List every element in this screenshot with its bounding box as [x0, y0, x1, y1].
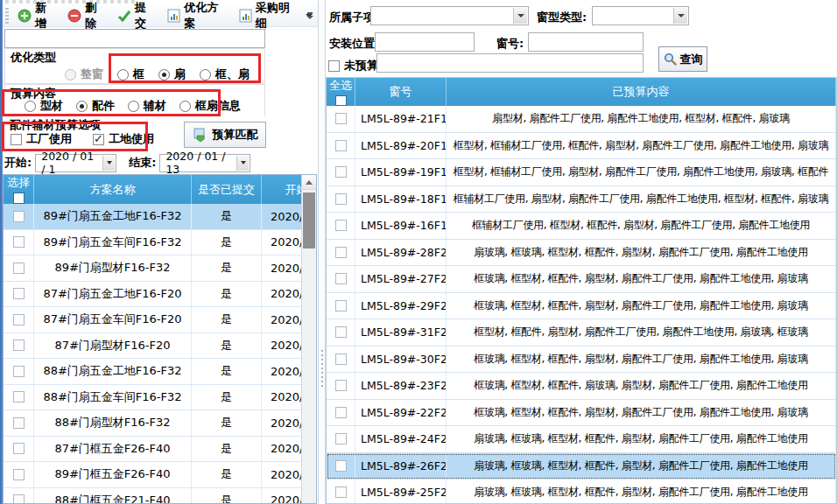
scrollbar-up-button[interactable]	[302, 175, 316, 190]
plan-header-submitted[interactable]: 是否已提交	[192, 175, 262, 204]
row-checkbox[interactable]	[13, 391, 25, 402]
window-table-row[interactable]: LM5L-89#-19F17 框型材, 框辅材工厂使用, 扇型材, 扇配件工厂使…	[327, 159, 836, 186]
plan-row-checkbox-cell[interactable]	[4, 437, 34, 462]
plan-table-row[interactable]: 87#门扇型材F16-F20 是 2020/0	[4, 333, 303, 360]
usage-checkbox[interactable]: 工地使用	[93, 131, 154, 147]
sub-item-dropdown-button[interactable]	[513, 8, 527, 24]
row-checkbox[interactable]	[13, 366, 25, 377]
row-checkbox[interactable]	[335, 193, 347, 205]
opt-type-radio[interactable]: 扇	[158, 66, 186, 82]
sub-item-combobox[interactable]	[370, 6, 529, 25]
no-budget-input[interactable]	[376, 53, 644, 73]
plan-row-checkbox-cell[interactable]	[4, 230, 34, 256]
row-checkbox[interactable]	[335, 433, 347, 444]
plan-table-row[interactable]: 89#门框五金F26-F40 是 2020/0	[4, 462, 303, 488]
row-checkbox[interactable]	[13, 340, 25, 351]
window-table-row[interactable]: LM5L-89#-30F28 框玻璃, 框型材, 框配件, 扇型材, 扇配件工厂…	[327, 346, 836, 374]
window-table-row[interactable]: LM5L-89#-29F27 框玻璃, 框型材, 框配件, 扇型材, 扇配件工厂…	[327, 293, 836, 320]
window-no-input[interactable]	[528, 32, 644, 52]
opt-type-radio[interactable]: 框	[117, 66, 144, 82]
window-row-checkbox-cell[interactable]	[327, 453, 355, 480]
window-table-row[interactable]: LM5L-89#-28F26 扇玻璃, 框玻璃, 框型材, 框配件, 扇型材, …	[327, 240, 836, 267]
window-row-checkbox-cell[interactable]	[327, 266, 355, 292]
row-checkbox[interactable]	[335, 380, 347, 391]
row-checkbox[interactable]	[335, 166, 347, 178]
plan-row-checkbox-cell[interactable]	[4, 385, 34, 410]
row-checkbox[interactable]	[335, 247, 347, 258]
toolbar-overflow-button[interactable]	[304, 6, 316, 25]
row-checkbox[interactable]	[335, 300, 347, 312]
plan-row-checkbox-cell[interactable]	[4, 282, 34, 307]
opt-type-radio[interactable]: 框、扇	[200, 66, 250, 82]
row-checkbox[interactable]	[335, 113, 347, 124]
plan-row-checkbox-cell[interactable]	[4, 307, 34, 332]
plan-table-row[interactable]: 89#门扇五金工地F16-F32 是 2020/0	[4, 204, 303, 230]
plan-table-row[interactable]: 89#门扇五金车间F16-F32 是 2020/0	[4, 230, 303, 256]
window-header-select-all[interactable]: 全选	[327, 78, 355, 106]
window-row-checkbox-cell[interactable]	[327, 240, 355, 266]
end-date-dropdown-button[interactable]	[236, 156, 249, 171]
plan-table-row[interactable]: 88#门扇五金车间F16-F32 是 2020/0	[4, 385, 303, 411]
end-date-picker[interactable]: 2020 / 01 / 13	[159, 154, 250, 172]
row-checkbox[interactable]	[13, 211, 25, 222]
window-row-checkbox-cell[interactable]	[327, 319, 355, 346]
row-checkbox[interactable]	[335, 407, 347, 418]
window-table-row[interactable]: LM5L-89#-18F16 框辅材工厂使用, 扇型材, 扇配件工厂使用, 扇配…	[327, 186, 836, 214]
row-checkbox[interactable]	[13, 469, 25, 480]
row-checkbox[interactable]	[335, 140, 347, 151]
plan-row-checkbox-cell[interactable]	[4, 204, 34, 229]
delete-button[interactable]: 删除	[62, 5, 112, 26]
row-checkbox[interactable]	[335, 326, 347, 338]
scrollbar-thumb[interactable]	[303, 192, 315, 248]
plan-table-row[interactable]: 88#门扇型材F16-F32 是 2020/0	[4, 410, 303, 437]
row-checkbox[interactable]	[335, 486, 347, 498]
select-all-checkbox[interactable]	[335, 95, 347, 106]
plan-header-start[interactable]: 开始	[262, 175, 303, 204]
opt-type-radio[interactable]: 整窗	[65, 66, 103, 82]
window-table-row[interactable]: LM5L-89#-24F22 扇玻璃, 框玻璃, 框型材, 框配件, 扇型材, …	[327, 426, 836, 453]
window-header-content[interactable]: 已预算内容	[447, 78, 836, 106]
usage-checkbox[interactable]: 工厂使用	[11, 131, 72, 147]
row-checkbox[interactable]	[13, 288, 25, 299]
plan-row-checkbox-cell[interactable]	[4, 333, 34, 359]
submit-button[interactable]: 提交	[112, 5, 162, 26]
window-table-row[interactable]: LM5L-89#-27F25 框玻璃, 框型材, 框配件, 扇型材, 扇配件工厂…	[327, 266, 836, 293]
window-type-combobox[interactable]	[592, 6, 689, 25]
plan-row-checkbox-cell[interactable]	[4, 410, 34, 436]
window-row-checkbox-cell[interactable]	[327, 400, 355, 426]
start-date-picker[interactable]: 2020 / 01 / 1	[35, 154, 116, 172]
plan-filter-input[interactable]	[4, 29, 265, 48]
optimize-plan-button[interactable]: 优化方案	[162, 5, 234, 26]
row-checkbox[interactable]	[335, 220, 347, 231]
plan-header-name[interactable]: 方案名称	[34, 175, 192, 204]
row-checkbox[interactable]	[335, 460, 347, 472]
plan-table-row[interactable]: 89#门扇型材F16-F32 是 2020/0	[4, 256, 303, 282]
window-row-checkbox-cell[interactable]	[327, 159, 355, 186]
row-checkbox[interactable]	[13, 417, 25, 429]
budget-content-radio[interactable]: 辅材	[128, 98, 166, 114]
window-table-row[interactable]: LM5L-89#-26F24 扇玻璃, 框玻璃, 框型材, 框配件, 扇型材, …	[327, 453, 836, 480]
query-button[interactable]: 查询	[658, 46, 707, 72]
window-table-row[interactable]: LM5L-89#-25F23 扇玻璃, 框玻璃, 框型材, 框配件, 扇型材, …	[327, 480, 836, 504]
window-row-checkbox-cell[interactable]	[327, 213, 355, 239]
plan-table-row[interactable]: 88#门扇五金工地F16-F32 是 2020/0	[4, 359, 303, 385]
window-header-no[interactable]: 窗号	[355, 78, 447, 106]
window-row-checkbox-cell[interactable]	[327, 293, 355, 319]
plan-row-checkbox-cell[interactable]	[4, 256, 34, 281]
plan-table-row[interactable]: 87#门框五金F26-F40 是 2020/0	[4, 437, 303, 463]
window-row-checkbox-cell[interactable]	[327, 480, 355, 504]
plan-row-checkbox-cell[interactable]	[4, 488, 34, 504]
panel-splitter[interactable]	[318, 0, 326, 504]
window-table-row[interactable]: LM5L-89#-20F18 框型材, 框辅材工厂使用, 框配件, 扇型材, 扇…	[327, 133, 836, 160]
window-row-checkbox-cell[interactable]	[327, 186, 355, 213]
row-checkbox[interactable]	[13, 236, 25, 248]
select-all-checkbox[interactable]	[13, 192, 25, 204]
window-row-checkbox-cell[interactable]	[327, 346, 355, 373]
plan-row-checkbox-cell[interactable]	[4, 359, 34, 384]
budget-match-button[interactable]: 预算匹配	[184, 122, 266, 148]
plan-table-row[interactable]: 87#门扇五金车间F16-F20 是 2020/0	[4, 307, 303, 333]
start-date-dropdown-button[interactable]	[102, 156, 115, 171]
budget-content-radio[interactable]: 框扇信息	[179, 98, 241, 114]
window-row-checkbox-cell[interactable]	[327, 426, 355, 452]
window-table-row[interactable]: LM5L-89#-16F15 框辅材工厂使用, 框型材, 框配件, 扇型材, 扇…	[327, 213, 836, 240]
